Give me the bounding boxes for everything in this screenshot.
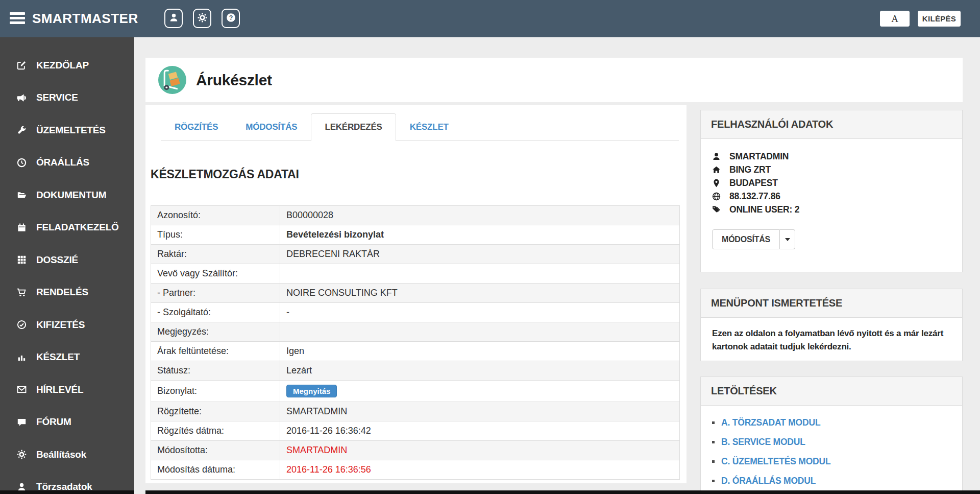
svg-text:?: ? — [229, 14, 233, 21]
table-row: - Partner:NOIRE CONSULTING KFT — [151, 284, 680, 303]
envelope-icon — [15, 385, 28, 394]
tags-icon — [712, 205, 722, 214]
user-panel-title: FELHASZNÁLÓI ADATOK — [701, 110, 962, 139]
list-item: C. ÜZEMELTETÉS MODUL — [712, 452, 952, 471]
section-title: KÉSZLETMOZGÁS ADATAI — [151, 168, 687, 181]
table-row: Vevő vagy Szállítór: — [151, 264, 680, 284]
bullet-icon — [712, 460, 715, 463]
edit-icon — [15, 60, 28, 70]
footer-gap — [134, 490, 145, 494]
wrench-icon — [15, 125, 28, 135]
user-icon — [712, 152, 722, 161]
page-title: Árukészlet — [196, 72, 272, 89]
gear-icon — [198, 13, 207, 24]
table-row: Módosította:SMARTADMIN — [151, 441, 680, 460]
menu-toggle-icon[interactable] — [10, 12, 25, 25]
tab-keszlet[interactable]: KÉSZLET — [396, 113, 462, 141]
sidebar-item-kifizetes[interactable]: KIFIZETÉS — [0, 309, 134, 341]
home-icon — [712, 166, 722, 174]
user-info-row: SMARTADMIN — [712, 150, 952, 163]
settings-button[interactable] — [193, 9, 211, 28]
hand-truck-icon — [158, 66, 186, 94]
bullet-icon — [712, 441, 715, 443]
table-row: Megjegyzés: — [151, 322, 680, 342]
menu-info-panel: MENÜPONT ISMERTETÉSE Ezen az oldalon a f… — [700, 289, 963, 361]
table-row: Rögzítés dátma:2016-11-26 16:36:42 — [151, 421, 680, 441]
help-button[interactable]: ? — [222, 9, 240, 28]
bullet-icon — [712, 421, 715, 424]
user-info-row: 88.132.77.86 — [712, 190, 952, 203]
download-link-torzsadat[interactable]: A. TÖRZSADAT MODUL — [721, 417, 820, 428]
calendar-icon — [15, 223, 28, 232]
sidebar-item-beallitasok[interactable]: Beállítások — [0, 438, 134, 471]
detail-table: Azonosító:B00000028 Típus:Bevételezési b… — [151, 205, 680, 480]
clock-icon — [15, 158, 28, 168]
bar-chart-icon — [15, 352, 28, 362]
sidebar-item-hirlevel[interactable]: HÍRLEVÉL — [0, 373, 134, 406]
table-row: Raktár:DEBRECENI RAKTÁR — [151, 245, 680, 264]
table-row: Azonosító:B00000028 — [151, 206, 680, 225]
folder-open-icon — [15, 190, 28, 200]
gear-icon — [15, 450, 28, 459]
bullet-icon — [712, 480, 715, 482]
table-row: Státusz:Lezárt — [151, 361, 680, 381]
megaphone-icon — [15, 93, 28, 103]
tab-bar: RÖGZÍTÉS MÓDOSÍTÁS LEKÉRDEZÉS KÉSZLET — [161, 113, 679, 141]
topbar-right-group: A KILÉPÉS — [880, 11, 961, 27]
sidebar-item-uzemeltetes[interactable]: ÜZEMELTETÉS — [0, 114, 134, 147]
downloads-title: LETÖLTÉSEK — [701, 377, 962, 406]
sidebar-item-keszlet[interactable]: KÉSZLET — [0, 341, 134, 374]
top-bar: SMARTMASTER ? — [0, 0, 980, 37]
menu-info-text: Ezen az oldalon a folyamatban lévő nyito… — [701, 318, 962, 363]
sidebar-item-service[interactable]: SERVICE — [0, 82, 134, 114]
download-link-oraallas[interactable]: D. ÓRAÁLLÁS MODUL — [721, 476, 816, 486]
help-icon: ? — [226, 13, 236, 24]
user-icon — [169, 13, 179, 24]
menu-info-title: MENÜPONT ISMERTETÉSE — [701, 289, 962, 318]
tab-lekerdezes[interactable]: LEKÉRDEZÉS — [311, 113, 396, 141]
sidebar: KEZDŐLAP SERVICE ÜZEMELTETÉS ÓRAÁLLÁS DO… — [0, 37, 134, 494]
list-item: B. SERVICE MODUL — [712, 432, 952, 452]
tab-rogzites[interactable]: RÖGZÍTÉS — [161, 113, 232, 141]
modify-split-button: MÓDOSÍTÁS — [712, 229, 795, 249]
cart-icon — [15, 288, 28, 297]
list-item: D. ÓRAÁLLÁS MODUL — [712, 471, 952, 490]
sidebar-item-dokumentum[interactable]: DOKUMENTUM — [0, 179, 134, 211]
table-row: Rögzítette:SMARTADMIN — [151, 402, 680, 421]
list-item: A. TÖRZSADAT MODUL — [712, 413, 952, 432]
app-brand: SMARTMASTER — [32, 11, 138, 27]
table-row: Bizonylat:Megnyitás — [151, 381, 680, 402]
modify-dropdown-toggle[interactable] — [780, 229, 795, 249]
download-link-uzemeltetes[interactable]: C. ÜZEMELTETÉS MODUL — [721, 456, 830, 467]
open-document-button[interactable]: Megnyitás — [286, 385, 337, 397]
user-panel: FELHASZNÁLÓI ADATOK SMARTADMIN BING ZRT … — [700, 110, 963, 272]
footer-bar — [0, 490, 980, 494]
table-row: Típus:Bevételezési bizonylat — [151, 225, 680, 245]
user-info-row: BUDAPEST — [712, 176, 952, 190]
content-card: RÖGZÍTÉS MÓDOSÍTÁS LEKÉRDEZÉS KÉSZLET KÉ… — [145, 105, 687, 483]
font-size-button[interactable]: A — [880, 11, 910, 27]
globe-icon — [712, 192, 722, 201]
sidebar-item-oraallas[interactable]: ÓRAÁLLÁS — [0, 147, 134, 179]
downloads-panel: LETÖLTÉSEK A. TÖRZSADAT MODUL B. SERVICE… — [700, 377, 963, 494]
user-info-row: ONLINE USER: 2 — [712, 203, 952, 216]
sidebar-item-feladatkezelo[interactable]: FELADATKEZELŐ — [0, 211, 134, 244]
table-row: Árak feltüntetése:Igen — [151, 342, 680, 361]
sidebar-item-forum[interactable]: FÓRUM — [0, 406, 134, 439]
tab-modositas[interactable]: MÓDOSÍTÁS — [232, 113, 311, 141]
sidebar-item-kezdolap[interactable]: KEZDŐLAP — [0, 49, 134, 82]
sidebar-item-dosszie[interactable]: DOSSZIÉ — [0, 244, 134, 276]
user-menu-button[interactable] — [164, 9, 183, 28]
table-row: - Szolgáltató:- — [151, 303, 680, 322]
download-link-service[interactable]: B. SERVICE MODUL — [721, 437, 805, 448]
table-row: Módosítás dátuma:2016-11-26 16:36:56 — [151, 460, 680, 480]
map-marker-icon — [712, 179, 722, 187]
modify-button[interactable]: MÓDOSÍTÁS — [712, 229, 780, 249]
topbar-icon-group: ? — [164, 9, 240, 28]
page-header: Árukészlet — [145, 58, 963, 102]
logout-button[interactable]: KILÉPÉS — [918, 11, 961, 27]
main-content: Árukészlet RÖGZÍTÉS MÓDOSÍTÁS LEKÉRDEZÉS… — [134, 37, 980, 494]
comment-icon — [15, 417, 28, 427]
user-info-row: BING ZRT — [712, 163, 952, 176]
sidebar-item-rendeles[interactable]: RENDELÉS — [0, 276, 134, 309]
